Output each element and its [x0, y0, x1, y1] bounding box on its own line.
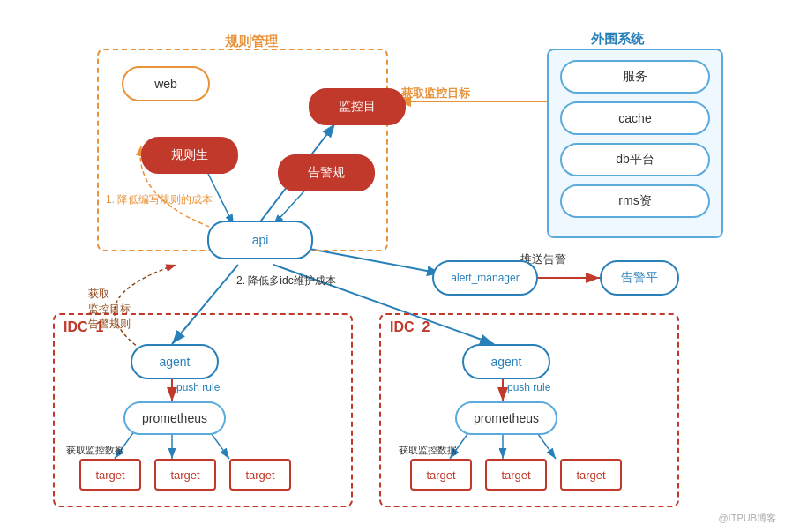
agent1-box: agent	[131, 344, 219, 379]
get-target-alert-label: 获取监控目标告警规则	[88, 287, 131, 331]
outer-service-box: 服务	[560, 60, 710, 94]
api-box: api	[207, 221, 313, 259]
lower-cost1-label: 1. 降低编写规则的成本	[106, 192, 213, 207]
target1a-box: target	[79, 459, 141, 491]
get-monitor-data1-label: 获取监控数据	[66, 444, 124, 457]
agent2-box: agent	[462, 344, 550, 379]
gaojing-ping-box: 告警平	[600, 260, 679, 296]
web-box: web	[122, 66, 210, 101]
idc2-label: IDC_2	[390, 319, 430, 335]
outer-label: 外围系统	[591, 31, 644, 48]
outer-db-box: db平台	[560, 143, 710, 176]
watermark: @ITPUB博客	[718, 512, 776, 525]
outer-rms-box: rms资	[560, 184, 710, 218]
get-target-label: 获取监控目标	[401, 86, 470, 101]
lower-cost2-label: 2. 降低多idc维护成本	[236, 273, 336, 288]
push-rule2-label: push rule	[507, 381, 550, 393]
get-monitor-data2-label: 获取监控数据	[399, 444, 457, 457]
prometheus1-box: prometheus	[123, 401, 226, 435]
prometheus2-box: prometheus	[455, 401, 557, 435]
guize-label: 规则管理	[225, 34, 278, 50]
push-rule1-label: push rule	[176, 381, 220, 393]
target2c-box: target	[560, 459, 622, 491]
target2b-box: target	[485, 459, 547, 491]
jiankong-box: 监控目	[309, 88, 406, 125]
outer-cache-box: cache	[560, 101, 710, 135]
target2a-box: target	[410, 459, 472, 491]
gaojing-gui-box: 告警规	[278, 154, 375, 191]
guize-sheng-box: 规则生	[141, 137, 238, 174]
diagram-container: 规则管理 外围系统 IDC_1 IDC_2 推送告警 web 监控目 规则生 告…	[0, 0, 785, 532]
alert-manager-box: alert_manager	[432, 260, 538, 296]
target1c-box: target	[229, 459, 291, 491]
target1b-box: target	[154, 459, 216, 491]
